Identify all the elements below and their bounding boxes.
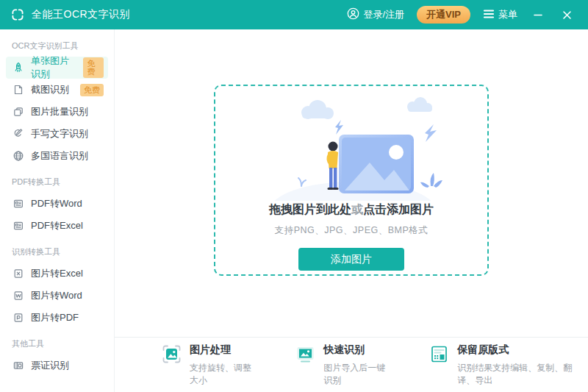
sidebar-group-header-ocr: OCR文字识别工具	[12, 40, 102, 51]
pdf-doc-icon	[12, 220, 24, 232]
layout-keep-icon	[429, 344, 449, 364]
menu-label: 菜单	[498, 8, 517, 21]
sidebar-item-screenshot-ocr[interactable]: 截图识别 免费	[6, 79, 108, 101]
feature-strip: 图片处理 支持旋转、调整大小	[115, 337, 588, 392]
globe-icon	[12, 150, 24, 162]
free-badge: 免费	[80, 84, 104, 96]
app-title: 全能王OCR文字识别	[32, 8, 130, 21]
sidebar-group-header-convert: 识别转换工具	[12, 246, 102, 257]
feature-title: 保留原版式	[457, 343, 588, 357]
sidebar-item-label: 图片转PDF	[31, 311, 79, 324]
sidebar-item-label: 单张图片识别	[31, 54, 76, 81]
sidebar-item-image-to-word[interactable]: 图片转Word	[6, 285, 108, 307]
app-logo-scan-icon	[10, 7, 25, 22]
pdf-file-icon	[12, 312, 24, 324]
feature-desc: 支持旋转、调整大小	[190, 362, 257, 387]
sidebar-item-multilanguage-ocr[interactable]: 多国语言识别	[6, 145, 108, 167]
sidebar-item-label: 多国语言识别	[31, 149, 88, 163]
feature-image-processing: 图片处理 支持旋转、调整大小	[162, 343, 257, 387]
sidebar-item-batch-image-ocr[interactable]: 图片批量识别	[6, 101, 108, 123]
sidebar-item-label: 图片转Excel	[31, 267, 83, 280]
word-file-icon	[12, 290, 24, 302]
screenshot-icon	[12, 84, 24, 96]
feature-desc: 识别结果支持编辑、复制、翻译、导出	[457, 362, 588, 387]
sidebar-item-label: 截图识别	[31, 83, 69, 96]
sidebar-item-ticket-ocr[interactable]: 票证识别	[6, 354, 108, 377]
upload-illustration	[259, 92, 443, 201]
minimize-button[interactable]	[530, 7, 546, 23]
rocket-icon	[12, 62, 24, 74]
sidebar: OCR文字识别工具 单张图片识别 免费	[0, 29, 115, 392]
login-register-button[interactable]: 登录/注册	[347, 7, 404, 22]
feature-quick-recognition: 快速识别 图片导入后一键识别	[295, 343, 391, 387]
copy-stack-icon	[12, 106, 24, 118]
sidebar-group-header-pdf: PDF转换工具	[12, 177, 102, 188]
menu-button[interactable]: 菜单	[483, 8, 517, 21]
login-register-label: 登录/注册	[363, 8, 404, 21]
titlebar: 全能王OCR文字识别 登录/注册 开通VIP	[0, 0, 588, 29]
user-icon	[347, 7, 359, 22]
sidebar-item-image-to-excel[interactable]: 图片转Excel	[6, 263, 108, 285]
sidebar-item-single-image-ocr[interactable]: 单张图片识别 免费	[6, 57, 108, 79]
dropzone-formats: 支持PNG、JPG、JPEG、BMP格式	[275, 224, 429, 237]
sidebar-group-header-other: 其他工具	[12, 338, 102, 349]
image-crop-icon	[162, 344, 182, 364]
sidebar-item-label: 图片批量识别	[31, 105, 88, 118]
sidebar-item-label: 票证识别	[31, 359, 69, 372]
free-badge: 免费	[83, 57, 104, 78]
sidebar-item-pdf-to-excel[interactable]: PDF转Excel	[6, 215, 108, 237]
sidebar-item-label: 手写文字识别	[31, 127, 88, 140]
feature-title: 快速识别	[323, 343, 391, 357]
app-window: 全能王OCR文字识别 登录/注册 开通VIP	[0, 0, 588, 392]
add-image-button[interactable]: 添加图片	[298, 248, 404, 271]
hamburger-icon	[483, 9, 495, 21]
sidebar-item-label: PDF转Excel	[31, 219, 83, 232]
sidebar-item-image-to-pdf[interactable]: 图片转PDF	[6, 307, 108, 329]
feature-keep-layout: 保留原版式 识别结果支持编辑、复制、翻译、导出	[429, 343, 588, 387]
sidebar-item-handwriting-ocr[interactable]: 手写文字识别	[6, 123, 108, 145]
main-area: 拖拽图片到此处或点击添加图片 支持PNG、JPG、JPEG、BMP格式 添加图片	[115, 29, 588, 392]
excel-file-icon	[12, 268, 24, 279]
close-button[interactable]	[559, 7, 575, 23]
sidebar-item-pdf-to-word[interactable]: PDF转Word	[6, 193, 108, 215]
receipt-icon	[12, 360, 24, 371]
sidebar-item-label: 图片转Word	[31, 289, 82, 302]
quick-recognize-icon	[295, 344, 315, 364]
sidebar-item-label: PDF转Word	[31, 197, 82, 210]
feature-desc: 图片导入后一键识别	[323, 362, 391, 387]
dropzone-title: 拖拽图片到此处或点击添加图片	[269, 202, 434, 218]
vip-upgrade-button[interactable]: 开通VIP	[417, 6, 470, 24]
image-dropzone[interactable]: 拖拽图片到此处或点击添加图片 支持PNG、JPG、JPEG、BMP格式 添加图片	[214, 85, 489, 276]
pdf-doc-icon	[12, 198, 24, 210]
feature-title: 图片处理	[190, 343, 257, 357]
pen-icon	[12, 128, 24, 140]
